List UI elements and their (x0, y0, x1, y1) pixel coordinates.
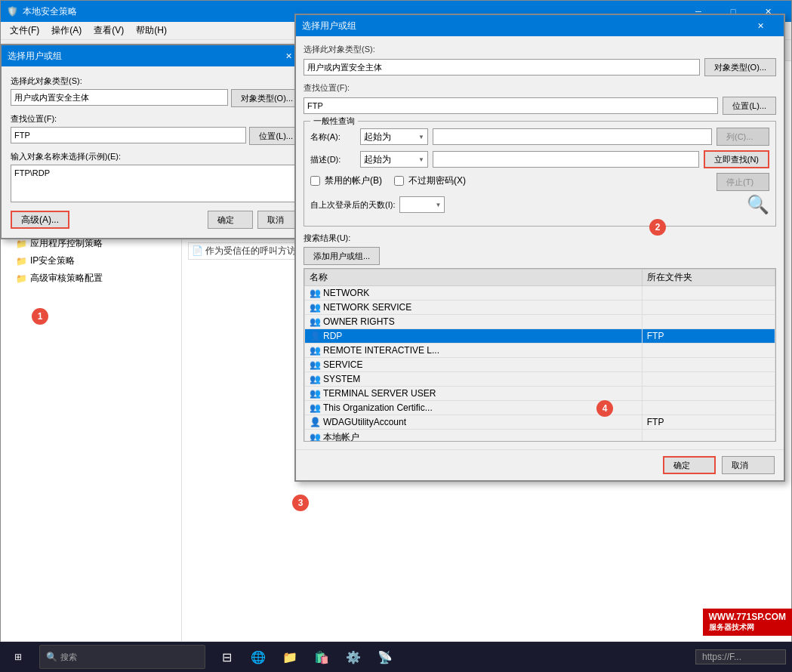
main-object-type-label: 选择此对象类型(S): (304, 44, 776, 55)
checkboxes-row: 禁用的帐户(B) 不过期密码(X) 停止(T) (310, 173, 769, 191)
table-row[interactable]: 👥This Organization Certific... (305, 401, 775, 415)
watermark: WWW.771SP.COM 服务器技术网 (703, 609, 792, 636)
disabled-accounts-checkbox[interactable] (310, 176, 320, 186)
taskbar-folder-button[interactable]: 📁 (275, 642, 305, 672)
results-label: 搜索结果(U): (304, 233, 776, 244)
result-folder-cell (642, 344, 775, 358)
result-folder-cell (642, 358, 775, 372)
result-name-cell: 👥NETWORK SERVICE (305, 301, 643, 315)
main-cancel-button[interactable]: 取消 (722, 456, 775, 474)
desc-combo-arrow: ▼ (418, 156, 424, 163)
result-name-cell: 👤WDAGUtilityAccount (305, 415, 643, 430)
start-button[interactable]: ⊞ (0, 642, 36, 672)
result-name-cell: 👥TERMINAL SERVER USER (305, 387, 643, 401)
main-object-type-button[interactable]: 对象类型(O)... (704, 58, 776, 76)
result-folder-cell (642, 315, 775, 329)
watermark-site: WWW.771SP.COM (709, 612, 786, 622)
no-expire-checkbox[interactable] (394, 176, 404, 186)
table-row[interactable]: 👥TERMINAL SERVER USER (305, 387, 775, 401)
result-name-cell: 👥This Organization Certific... (305, 401, 643, 415)
name-combo-text: 起始为 (364, 131, 418, 143)
small-ok-button[interactable]: 确定 (208, 211, 253, 229)
menu-help[interactable]: 帮助(H) (130, 23, 173, 39)
table-row[interactable]: 👥NETWORK (305, 286, 775, 301)
result-folder-cell (642, 387, 775, 401)
small-dialog-title: 选择用户或组 ✕ (2, 45, 312, 66)
no-expire-label: 不过期密码(X) (408, 174, 466, 187)
object-type-input[interactable] (11, 89, 228, 106)
object-name-input[interactable]: FTP\RDP (11, 165, 303, 202)
result-name-cell: 👥REMOTE INTERACTIVE L... (305, 344, 643, 358)
taskbar-view-button[interactable]: ⊟ (211, 642, 242, 672)
main-dialog-footer: 确定 取消 (296, 449, 784, 480)
main-select-dialog: 选择用户或组 ✕ 选择此对象类型(S): 对象类型(O)... 查找位置(F):… (294, 14, 785, 482)
stop-button[interactable]: 停止(T) (716, 173, 769, 191)
table-row[interactable]: 👥本地帐户 (305, 430, 775, 442)
result-name-cell: 👥OWNER RIGHTS (305, 315, 643, 329)
columns-button[interactable]: 列(C)... (716, 128, 769, 146)
watermark-title: 服务器技术网 (709, 622, 786, 633)
main-dialog-title: 选择用户或组 ✕ (296, 15, 784, 36)
results-container: 名称 所在文件夹 👥NETWORK👥NETWORK SERVICE👥OWNER … (304, 268, 776, 442)
table-row[interactable]: 👥SYSTEM (305, 372, 775, 387)
main-ok-button[interactable]: 确定 (663, 456, 716, 474)
days-combo-arrow: ▼ (436, 202, 442, 208)
table-row[interactable]: 👥OWNER RIGHTS (305, 315, 775, 329)
result-folder-cell (642, 401, 775, 415)
sidebar-item-adv-audit[interactable]: 📁 高级审核策略配置 (1, 270, 181, 287)
days-label: 自上次登录后的天数(I): (310, 199, 395, 211)
taskbar-tray: https://F... (695, 649, 792, 664)
main-dialog-close-button[interactable]: ✕ (743, 15, 778, 36)
result-folder-cell (642, 372, 775, 387)
result-folder-cell (642, 286, 775, 301)
taskbar-network-button[interactable]: 📡 (370, 642, 400, 672)
name-combo[interactable]: 起始为 ▼ (360, 128, 428, 145)
desc-combo-text: 起始为 (364, 153, 418, 166)
taskbar-store-button[interactable]: 🛍️ (307, 642, 337, 672)
result-folder-cell: FTP (642, 415, 775, 430)
desc-row: 描述(D): 起始为 ▼ 立即查找(N) (310, 150, 769, 168)
desc-label: 描述(D): (310, 154, 356, 165)
taskbar-ie-button[interactable]: 🌐 (243, 642, 273, 672)
desc-combo[interactable]: 起始为 ▼ (360, 151, 428, 168)
menu-view[interactable]: 查看(V) (88, 23, 130, 39)
badge-4: 4 (596, 400, 613, 417)
folder-icon: 📁 (16, 239, 27, 249)
main-location-button[interactable]: 位置(L)... (723, 97, 776, 115)
result-name-cell: 👥本地帐户 (305, 430, 643, 442)
search-now-button[interactable]: 立即查找(N) (704, 150, 769, 168)
col-name-header: 名称 (305, 270, 643, 286)
name-input[interactable] (433, 128, 712, 145)
table-row[interactable]: 👤WDAGUtilityAccountFTP (305, 415, 775, 430)
main-location-input[interactable] (304, 97, 718, 114)
result-name-cell: 👤RDP (305, 329, 643, 344)
general-query-title: 一般性查询 (310, 116, 358, 127)
menu-action[interactable]: 操作(A) (45, 23, 88, 39)
menu-file[interactable]: 文件(F) (4, 23, 45, 39)
table-row[interactable]: 👥SERVICE (305, 358, 775, 372)
folder-icon: 📁 (16, 273, 27, 284)
general-query-group: 一般性查询 名称(A): 起始为 ▼ 列(C)... 描述(D): 起始为 ▼ (304, 121, 776, 227)
days-combo[interactable]: ▼ (399, 196, 445, 213)
search-icon: 🔍 (747, 194, 769, 215)
small-dialog-buttons: 高级(A)... 确定 取消 (11, 211, 303, 229)
taskbar-search[interactable]: 🔍 搜索 (39, 645, 205, 669)
taskbar-settings-button[interactable]: ⚙️ (338, 642, 368, 672)
result-folder-cell (642, 430, 775, 442)
no-expire-check: 不过期密码(X) (394, 173, 466, 188)
result-folder-cell (642, 301, 775, 315)
object-type-button[interactable]: 对象类型(O)... (231, 89, 303, 107)
sidebar-item-ipsec[interactable]: 📁 IP安全策略 (1, 252, 181, 270)
table-row[interactable]: 👥NETWORK SERVICE (305, 301, 775, 315)
taskbar: ⊞ 🔍 搜索 ⊟ 🌐 📁 🛍️ ⚙️ 📡 https://F... (0, 642, 792, 672)
location-input[interactable] (11, 127, 246, 143)
table-row[interactable]: 👥REMOTE INTERACTIVE L... (305, 344, 775, 358)
main-object-type-row: 对象类型(O)... (304, 58, 776, 76)
main-object-type-input[interactable] (304, 59, 700, 76)
badge-2: 2 (649, 219, 666, 236)
add-user-button[interactable]: 添加用户或组... (304, 247, 380, 265)
table-row[interactable]: 👤RDPFTP (305, 329, 775, 344)
advanced-button[interactable]: 高级(A)... (11, 211, 69, 229)
desc-input[interactable] (433, 151, 699, 168)
taskbar-url: https://F... (695, 649, 786, 664)
